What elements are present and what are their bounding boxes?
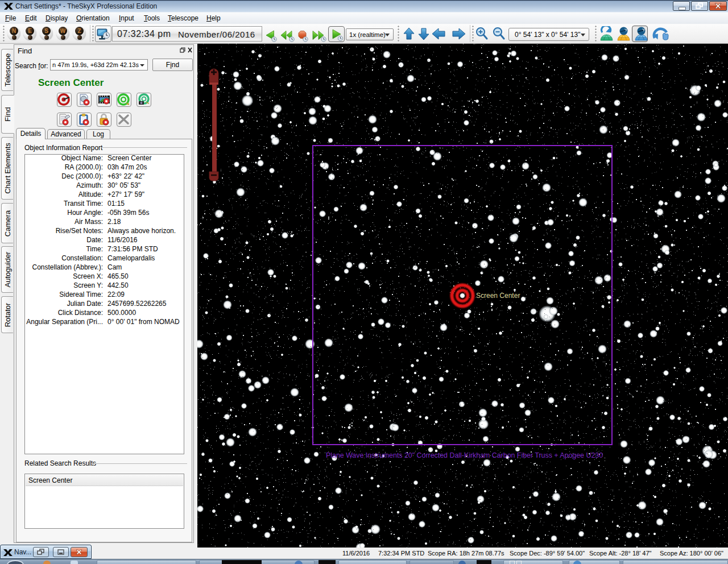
svg-text:Plane Wave Instruments 20" Cor: Plane Wave Instruments 20" Corrected Dal… (326, 451, 603, 459)
svg-text:Screen Center: Screen Center (476, 292, 520, 300)
